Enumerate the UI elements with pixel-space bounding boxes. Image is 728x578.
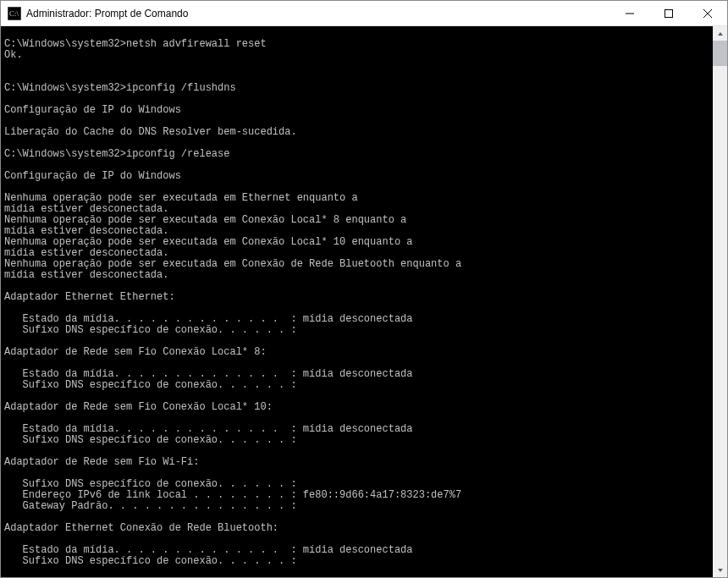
svg-text:C:\: C:\: [9, 9, 19, 18]
content-area: C:\Windows\system32>netsh advfirewall re…: [1, 26, 727, 577]
terminal-line: Sufixo DNS específico de conexão. . . . …: [4, 325, 709, 336]
terminal-line: [4, 61, 709, 72]
terminal-line: Adaptador de Rede sem Fio Wi-Fi:: [4, 457, 709, 468]
maximize-button[interactable]: [649, 1, 688, 25]
terminal-line: C:\Windows\system32>ipconfig /flushdns: [4, 83, 709, 94]
close-button[interactable]: [688, 1, 727, 25]
terminal-line: Adaptador de Rede sem Fio Conexão Local*…: [4, 402, 709, 413]
terminal-line: Configuração de IP do Windows: [4, 105, 709, 116]
window-controls: [610, 1, 727, 25]
minimize-button[interactable]: [610, 1, 649, 25]
svg-rect-3: [665, 9, 673, 17]
svg-marker-6: [718, 32, 723, 36]
terminal-line: Adaptador Ethernet Conexão de Rede Bluet…: [4, 523, 709, 534]
command-prompt-window: C:\ Administrador: Prompt de Comando C:\…: [0, 0, 728, 578]
scroll-track[interactable]: [713, 41, 727, 563]
titlebar[interactable]: C:\ Administrador: Prompt de Comando: [1, 1, 727, 26]
terminal-line: Sufixo DNS específico de conexão. . . . …: [4, 435, 709, 446]
terminal-line: C:\Windows\system32>netsh advfirewall re…: [4, 39, 709, 50]
scroll-up-button[interactable]: [713, 26, 727, 41]
terminal-line: Sufixo DNS específico de conexão. . . . …: [4, 380, 709, 391]
svg-marker-7: [718, 569, 723, 572]
scroll-thumb[interactable]: [713, 41, 727, 66]
terminal-line: Configuração de IP do Windows: [4, 171, 709, 182]
terminal-line: mídia estiver desconectada.: [4, 270, 709, 281]
terminal-line: Sufixo DNS específico de conexão. . . . …: [4, 556, 709, 567]
terminal-line: Adaptador Ethernet Ethernet:: [4, 292, 709, 303]
terminal-line: C:\Windows\system32>ipconfig /release: [4, 149, 709, 160]
window-title: Administrador: Prompt de Comando: [26, 8, 610, 19]
vertical-scrollbar[interactable]: [713, 26, 727, 577]
terminal-line: Liberação do Cache do DNS Resolver bem-s…: [4, 127, 709, 138]
scroll-down-button[interactable]: [713, 563, 727, 577]
terminal-output[interactable]: C:\Windows\system32>netsh advfirewall re…: [1, 26, 713, 577]
cmd-icon: C:\: [8, 7, 21, 20]
terminal-line: Adaptador de Rede sem Fio Conexão Local*…: [4, 347, 709, 358]
terminal-line: Ok.: [4, 50, 709, 61]
terminal-line: Gateway Padrão. . . . . . . . . . . . . …: [4, 501, 709, 512]
